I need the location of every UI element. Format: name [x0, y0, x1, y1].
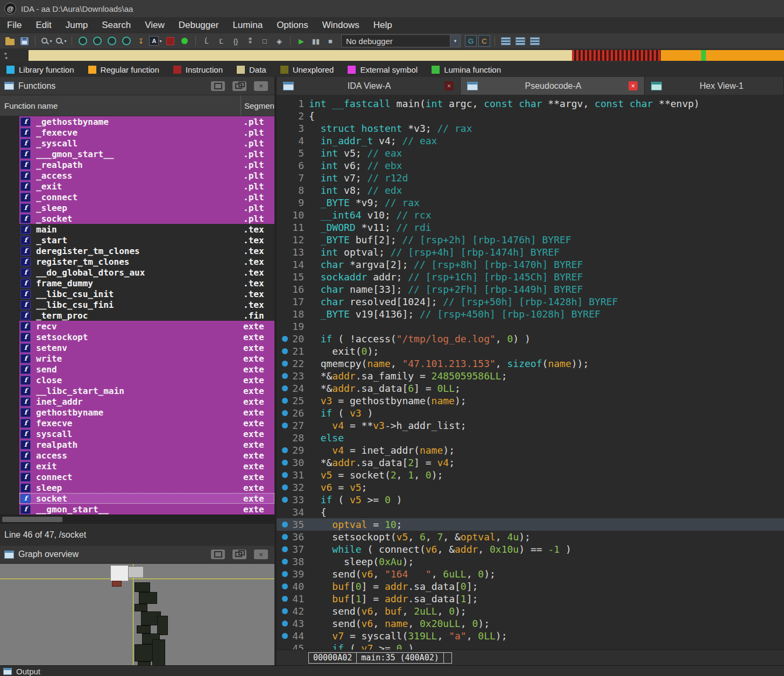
- code-line-7[interactable]: 7 int v7; // r12d: [277, 172, 784, 184]
- function-row-__libc_csu_init[interactable]: f__libc_csu_init.tex: [19, 288, 274, 299]
- breakpoint-icon[interactable]: [282, 522, 288, 527]
- function-row-_sleep[interactable]: f_sleep.plt: [19, 202, 274, 213]
- menu-file[interactable]: File: [0, 20, 29, 31]
- breakpoint-icon[interactable]: [282, 410, 288, 416]
- stop-process-icon[interactable]: ■: [324, 35, 337, 47]
- tab-pseudocode-a[interactable]: Pseudocode-A ×: [461, 77, 645, 95]
- function-row-__do_global_dtors_aux[interactable]: f__do_global_dtors_aux.tex: [19, 267, 274, 278]
- tab-ida-view-a[interactable]: IDA View-A ×: [277, 77, 461, 95]
- function-row-__libc_csu_fini[interactable]: f__libc_csu_fini.tex: [19, 299, 274, 310]
- function-row-fexecve[interactable]: ffexecveexte: [19, 418, 274, 428]
- code-line-38[interactable]: 38 sleep(0xAu);: [277, 555, 784, 568]
- code-line-25[interactable]: 25 v3 = gethostbyname(name);: [277, 395, 784, 407]
- code-line-17[interactable]: 17 char resolved[1024]; // [rsp+50h] [rb…: [277, 295, 784, 308]
- breakpoint-icon[interactable]: [282, 447, 288, 453]
- menu-view[interactable]: View: [138, 20, 172, 31]
- code-line-30[interactable]: 30 *&addr.sa_data[2] = v4;: [277, 456, 784, 469]
- snapshot-icon[interactable]: [120, 35, 133, 47]
- code-line-32[interactable]: 32 v6 = v5;: [277, 481, 784, 494]
- desktop-layout-icon[interactable]: [528, 35, 541, 47]
- function-row-exit[interactable]: fexitexte: [19, 461, 274, 471]
- menu-search[interactable]: Search: [95, 20, 138, 31]
- code-line-3[interactable]: 3 struct hostent *v3; // rax: [277, 122, 784, 135]
- breakpoint-icon[interactable]: [282, 608, 288, 614]
- function-row-__libc_start_main[interactable]: f__libc_start_mainexte: [19, 385, 274, 396]
- function-row-socket[interactable]: fsocketexte: [19, 493, 274, 504]
- code-line-22[interactable]: 22 qmemcpy(name, "47.101.213.153", sizeo…: [277, 357, 784, 370]
- function-row-_start[interactable]: f_start.tex: [19, 235, 274, 245]
- edit-function-icon[interactable]: Ľ: [215, 35, 228, 47]
- function-row-write[interactable]: fwriteexte: [19, 353, 274, 364]
- function-row-inet_addr[interactable]: finet_addrexte: [19, 396, 274, 407]
- code-line-27[interactable]: 27 v4 = **v3->h_addr_list;: [277, 419, 784, 432]
- function-row-_access[interactable]: f_access.plt: [19, 170, 274, 181]
- code-line-8[interactable]: 8 int v8; // edx: [277, 184, 784, 196]
- breakpoint-icon[interactable]: [282, 497, 288, 503]
- function-row-syscall[interactable]: fsyscallexte: [19, 428, 274, 439]
- code-line-43[interactable]: 43 send(v6, name, 0x20uLL, 0);: [277, 617, 784, 630]
- code-line-26[interactable]: 26 if ( v3 ): [277, 407, 784, 419]
- code-line-35[interactable]: 35 optval = 10;: [277, 518, 784, 531]
- function-row-_syscall[interactable]: f_syscall.plt: [19, 138, 274, 149]
- function-row-main[interactable]: fmain.tex: [19, 224, 274, 235]
- code-line-23[interactable]: 23 *&addr.sa_family = 2485059586LL;: [277, 370, 784, 382]
- breakpoint-icon[interactable]: [282, 559, 288, 565]
- graph-overview-view[interactable]: [0, 564, 274, 665]
- code-line-14[interactable]: 14 char *argva[2]; // [rsp+8h] [rbp-1470…: [277, 258, 784, 271]
- code-line-6[interactable]: 6 int v6; // ebx: [277, 159, 784, 172]
- breakpoint-icon[interactable]: [282, 596, 288, 602]
- chunk-icon[interactable]: ◈: [273, 35, 286, 47]
- menu-options[interactable]: Options: [270, 20, 315, 31]
- code-line-34[interactable]: 34 {: [277, 506, 784, 518]
- menu-windows[interactable]: Windows: [315, 20, 366, 31]
- code-line-37[interactable]: 37 while ( connect(v6, &addr, 0x10u) == …: [277, 543, 784, 555]
- stack-variables-icon[interactable]: ⁑: [244, 35, 257, 47]
- code-line-19[interactable]: 19: [277, 320, 784, 333]
- breakpoint-icon[interactable]: [282, 583, 288, 589]
- function-row-_realpath[interactable]: f_realpath.plt: [19, 159, 274, 170]
- output-panel-tab[interactable]: Output: [0, 665, 784, 676]
- code-line-13[interactable]: 13 int optval; // [rsp+4h] [rbp-1474h] B…: [277, 246, 784, 258]
- code-line-4[interactable]: 4 in_addr_t v4; // eax: [277, 135, 784, 147]
- tab-hex-view-1[interactable]: Hex View-1: [645, 77, 784, 95]
- breakpoint-icon[interactable]: [282, 472, 288, 478]
- code-line-36[interactable]: 36 setsockopt(v5, 6, 7, &optval, 4u);: [277, 531, 784, 543]
- code-line-42[interactable]: 42 send(v6, buf, 2uLL, 0);: [277, 605, 784, 617]
- function-row-_connect[interactable]: f_connect.plt: [19, 192, 274, 202]
- code-line-45[interactable]: 45 if ( v7 >= 0 ): [277, 642, 784, 650]
- run-script-icon[interactable]: G: [465, 35, 477, 47]
- code-line-5[interactable]: 5 int v5; // eax: [277, 147, 784, 159]
- breakpoint-icon[interactable]: [282, 361, 288, 367]
- navigation-band[interactable]: [29, 50, 784, 61]
- function-row-access[interactable]: faccessexte: [19, 450, 274, 461]
- column-segment[interactable]: Segment: [241, 101, 274, 110]
- function-row-_fexecve[interactable]: f_fexecve.plt: [19, 127, 274, 138]
- close-tab-icon[interactable]: ×: [444, 81, 454, 90]
- function-row-send[interactable]: fsendexte: [19, 364, 274, 375]
- scrollbar-thumb[interactable]: [2, 517, 62, 522]
- menu-debugger[interactable]: Debugger: [172, 20, 226, 31]
- column-function-name[interactable]: Function name: [0, 95, 241, 116]
- function-row-close[interactable]: fcloseexte: [19, 375, 274, 385]
- function-row-_exit[interactable]: f_exit.plt: [19, 181, 274, 192]
- breakpoint-icon[interactable]: [282, 484, 288, 490]
- breakpoint-icon[interactable]: [282, 571, 288, 577]
- graph-overview-header[interactable]: Graph overview ×: [0, 546, 274, 564]
- code-line-16[interactable]: 16 char name[33]; // [rsp+2Fh] [rbp-1449…: [277, 283, 784, 295]
- window-list-icon[interactable]: [514, 35, 527, 47]
- function-row-connect[interactable]: fconnectexte: [19, 471, 274, 482]
- functions-hscrollbar[interactable]: [0, 515, 274, 524]
- function-row-gethostbyname[interactable]: fgethostbynameexte: [19, 407, 274, 418]
- debugger-select[interactable]: No debugger ▾: [341, 34, 461, 47]
- code-line-9[interactable]: 9 _BYTE *v9; // rax: [277, 196, 784, 209]
- function-row-__gmon_start__[interactable]: f__gmon_start__exte: [19, 504, 274, 515]
- menu-lumina[interactable]: Lumina: [225, 20, 270, 31]
- breakpoint-icon[interactable]: [282, 398, 288, 404]
- code-line-18[interactable]: 18 _BYTE v19[4136]; // [rsp+450h] [rbp-1…: [277, 308, 784, 320]
- menu-help[interactable]: Help: [366, 20, 399, 31]
- code-line-1[interactable]: 1int __fastcall main(int argc, const cha…: [277, 97, 784, 110]
- open-file-icon[interactable]: [3, 35, 16, 47]
- jump-by-name-icon[interactable]: [76, 35, 89, 47]
- code-line-10[interactable]: 10 __int64 v10; // rcx: [277, 209, 784, 221]
- search-backward-icon[interactable]: ▾: [40, 35, 53, 47]
